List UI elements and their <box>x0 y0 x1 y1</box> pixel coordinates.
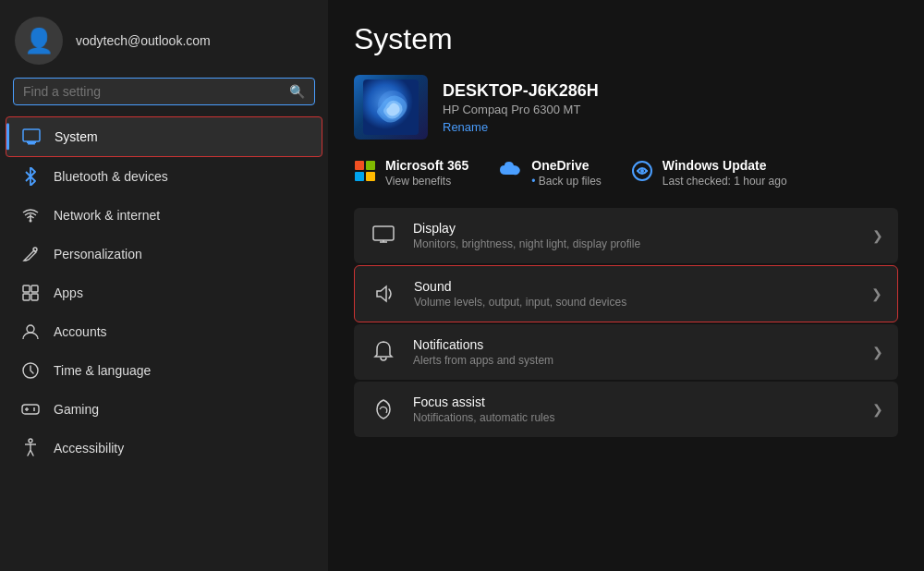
svg-rect-8 <box>31 294 38 300</box>
main-content: System DESKTOP-J6K286H <box>328 0 924 571</box>
sound-icon <box>370 279 399 309</box>
gaming-icon <box>20 399 41 419</box>
svg-point-4 <box>33 248 37 251</box>
sidebar-item-personalization[interactable]: Personalization <box>6 235 322 273</box>
sidebar-item-bluetooth-label: Bluetooth & devices <box>54 169 168 184</box>
apps-icon <box>20 283 41 303</box>
sidebar-item-gaming-label: Gaming <box>54 402 99 417</box>
sidebar-item-personalization-label: Personalization <box>54 247 142 261</box>
svg-rect-11 <box>22 405 39 414</box>
display-subtitle: Monitors, brightness, night light, displ… <box>413 237 857 250</box>
onedrive-name: OneDrive <box>531 158 602 173</box>
sidebar-item-accounts-label: Accounts <box>54 324 107 339</box>
sound-subtitle: Volume levels, output, input, sound devi… <box>414 296 857 309</box>
sidebar-item-accessibility-label: Accessibility <box>54 441 124 456</box>
device-model: HP Compaq Pro 6300 MT <box>443 103 599 116</box>
sidebar-item-apps-label: Apps <box>54 286 83 300</box>
settings-focus[interactable]: Focus assist Notifications, automatic ru… <box>354 382 898 437</box>
svg-rect-0 <box>23 129 40 141</box>
ms365-text: Microsoft 365 View benefits <box>385 158 468 188</box>
sidebar-item-accessibility[interactable]: Accessibility <box>6 429 322 468</box>
winupdate-name: Windows Update <box>663 158 787 173</box>
svg-rect-20 <box>366 161 375 170</box>
sidebar-item-gaming[interactable]: Gaming <box>6 390 322 429</box>
svg-point-16 <box>29 439 32 443</box>
sidebar: 👤 vodytech@outlook.com 🔍 System Bluetoot… <box>0 0 328 571</box>
notifications-icon <box>369 337 398 367</box>
user-icon: 👤 <box>24 27 54 55</box>
sidebar-item-system-label: System <box>55 129 98 144</box>
settings-sound[interactable]: Sound Volume levels, output, input, soun… <box>354 265 898 322</box>
service-onedrive[interactable]: OneDrive Back up files <box>498 158 602 188</box>
focus-chevron: ❯ <box>872 402 883 417</box>
settings-display[interactable]: Display Monitors, brightness, night ligh… <box>354 208 898 263</box>
focus-title: Focus assist <box>413 395 857 409</box>
search-input[interactable] <box>23 84 282 99</box>
sidebar-item-time[interactable]: Time & language <box>6 351 322 390</box>
settings-notifications[interactable]: Notifications Alerts from apps and syste… <box>354 324 898 380</box>
focus-icon <box>369 395 398 424</box>
svg-point-14 <box>33 407 35 409</box>
search-section: 🔍 <box>0 78 328 116</box>
focus-subtitle: Notifications, automatic rules <box>413 411 857 424</box>
svg-point-15 <box>33 409 35 411</box>
service-winupdate[interactable]: Windows Update Last checked: 1 hour ago <box>631 158 787 188</box>
personalization-icon <box>20 244 41 264</box>
time-icon <box>20 360 41 381</box>
system-icon <box>21 127 42 147</box>
sidebar-item-accounts[interactable]: Accounts <box>6 312 322 351</box>
sidebar-item-bluetooth[interactable]: Bluetooth & devices <box>6 157 322 196</box>
ms365-icon <box>354 160 376 188</box>
winupdate-sub: Last checked: 1 hour ago <box>663 175 787 188</box>
device-card: DESKTOP-J6K286H HP Compaq Pro 6300 MT Re… <box>354 75 898 140</box>
notifications-chevron: ❯ <box>872 345 883 359</box>
user-section: 👤 vodytech@outlook.com <box>0 0 328 78</box>
device-thumbnail <box>354 75 428 140</box>
settings-list: Display Monitors, brightness, night ligh… <box>354 208 898 437</box>
sidebar-item-apps[interactable]: Apps <box>6 273 322 312</box>
svg-rect-2 <box>27 141 36 143</box>
focus-text: Focus assist Notifications, automatic ru… <box>413 395 857 424</box>
avatar: 👤 <box>15 17 63 65</box>
network-icon <box>20 205 41 225</box>
service-ms365[interactable]: Microsoft 365 View benefits <box>354 158 468 188</box>
display-text: Display Monitors, brightness, night ligh… <box>413 221 857 250</box>
onedrive-text: OneDrive Back up files <box>531 158 602 188</box>
display-title: Display <box>413 221 857 236</box>
ms365-sub: View benefits <box>385 175 468 188</box>
sound-chevron: ❯ <box>871 286 882 301</box>
sidebar-item-time-label: Time & language <box>54 363 151 378</box>
svg-rect-7 <box>23 294 30 300</box>
device-name: DESKTOP-J6K286H <box>443 81 599 101</box>
user-email: vodytech@outlook.com <box>76 33 211 48</box>
svg-rect-1 <box>28 143 35 145</box>
page-title: System <box>354 22 898 56</box>
sidebar-item-system[interactable]: System <box>6 116 322 157</box>
svg-rect-22 <box>366 172 375 181</box>
svg-rect-5 <box>23 286 30 292</box>
bluetooth-icon <box>20 166 41 187</box>
svg-rect-21 <box>355 172 364 181</box>
notifications-title: Notifications <box>413 337 857 352</box>
display-icon <box>369 221 398 250</box>
svg-rect-19 <box>355 161 364 170</box>
active-indicator <box>6 123 9 150</box>
svg-point-3 <box>30 220 32 223</box>
notifications-subtitle: Alerts from apps and system <box>413 354 857 367</box>
rename-link[interactable]: Rename <box>443 120 599 134</box>
accessibility-icon <box>20 438 41 458</box>
notifications-text: Notifications Alerts from apps and syste… <box>413 337 857 367</box>
sidebar-item-network[interactable]: Network & internet <box>6 196 322 235</box>
onedrive-icon <box>498 160 522 184</box>
sound-title: Sound <box>414 279 857 294</box>
search-box: 🔍 <box>13 78 315 105</box>
sound-text: Sound Volume levels, output, input, soun… <box>414 279 857 309</box>
device-info: DESKTOP-J6K286H HP Compaq Pro 6300 MT Re… <box>443 81 599 134</box>
display-chevron: ❯ <box>872 228 883 243</box>
accounts-icon <box>20 322 41 342</box>
services-row: Microsoft 365 View benefits OneDrive Bac… <box>354 158 898 188</box>
svg-rect-6 <box>31 286 38 292</box>
ms365-name: Microsoft 365 <box>385 158 468 173</box>
winupdate-text: Windows Update Last checked: 1 hour ago <box>663 158 787 188</box>
search-icon[interactable]: 🔍 <box>289 84 305 99</box>
